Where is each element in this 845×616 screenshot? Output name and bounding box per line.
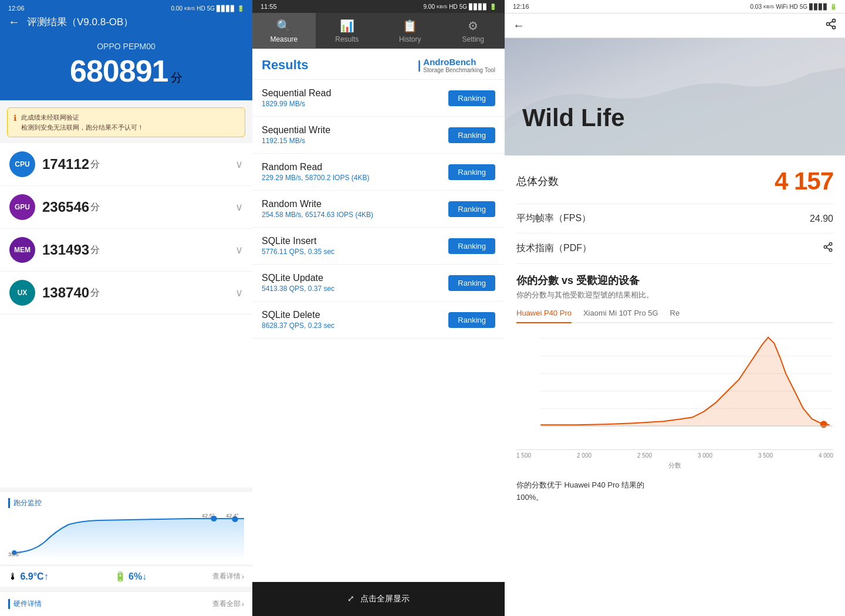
pdf-label: 技术指南（PDF） (516, 242, 592, 255)
bench-sqlite-delete: SQLite Delete 8628.37 QPS, 0.23 sec Rank… (252, 302, 505, 339)
cpu-score: 174112 (42, 156, 89, 172)
androbench-nav: 🔍 Measure 📊 Results 📋 History ⚙ Setting (252, 13, 505, 49)
androbench-logo: | AndroBench Storage Benchmarking Tool (418, 57, 495, 73)
tab-huawei[interactable]: Huawei P40 Pro (516, 309, 572, 323)
ranking-sqlite-insert[interactable]: Ranking (448, 238, 495, 254)
svg-line-15 (826, 245, 829, 246)
temp-chart-svg: 35.6° 42.5° 42.4° (8, 513, 244, 560)
compare-title: 你的分數 vs 受歡迎的设备 (516, 273, 833, 287)
fps-value: 24.90 (810, 214, 833, 224)
warning-box: ℹ 此成绩未经联网验证 检测到安免无法联网，跑分结果不予认可！ (7, 107, 245, 137)
title-row-1: ← 评测结果（V9.0.8-OB） (8, 15, 244, 36)
chevron-mem: ∨ (235, 243, 243, 256)
svg-text:35.6°: 35.6° (8, 551, 21, 557)
compare-tabs: Huawei P40 Pro Xiaomi Mi 10T Pro 5G Re (516, 309, 833, 323)
nav-measure[interactable]: 🔍 Measure (252, 13, 316, 48)
bench-seq-write: Sequential Write 1192.15 MB/s Ranking (252, 117, 505, 154)
compare-chart-svg (516, 333, 833, 449)
nav-setting[interactable]: ⚙ Setting (442, 13, 505, 48)
back-button-3[interactable]: ← (513, 19, 525, 32)
time-3: 12:16 (513, 3, 529, 10)
score-row-gpu[interactable]: GPU 236546 分 ∨ (0, 186, 252, 229)
fps-label: 平均帧率（FPS） (516, 212, 591, 225)
ranking-rand-write[interactable]: Ranking (448, 201, 495, 217)
share-button-3[interactable] (825, 18, 837, 33)
score-row-cpu[interactable]: CPU 174112 分 ∨ (0, 143, 252, 186)
compare-chart (516, 333, 833, 450)
panel-3dmark: 12:16 0.03 KB/S WiFi HD 5G ▊▊▊▊ 🔋 ← Wild (505, 0, 845, 616)
view-detail-link[interactable]: 查看详情 › (212, 571, 244, 581)
total-score-value: 4 157 (775, 167, 833, 195)
bench-rand-write: Random Write 254.58 MB/s, 65174.63 IOPS … (252, 191, 505, 228)
ranking-seq-read[interactable]: Ranking (448, 90, 495, 106)
ranking-rand-read[interactable]: Ranking (448, 164, 495, 180)
panel-androbench: 11:55 9.00 KB/S HD 5G ▊▊▊▊ 🔋 🔍 Measure 📊… (252, 0, 505, 616)
chevron-ux: ∨ (235, 286, 243, 299)
svg-text:42.5°: 42.5° (202, 513, 215, 519)
svg-text:42.4°: 42.4° (226, 513, 239, 519)
svg-point-12 (824, 246, 827, 249)
conclusion-text: 你的分数优于 Huawei P40 Pro 结果的100%。 (516, 472, 833, 511)
score-list: CPU 174112 分 ∨ GPU 236546 分 ∨ MEM 131493… (0, 143, 252, 488)
status-icons-1: 0.00 KB/S HD 5G ▊▊▊▊ 🔋 (171, 5, 245, 12)
bench-rand-read: Random Read 229.29 MB/s, 58700.2 IOPS (4… (252, 154, 505, 191)
warning-icon: ℹ (13, 113, 16, 123)
pdf-row: 技术指南（PDF） (516, 233, 833, 264)
compare-sub: 你的分数与其他受歡迎型號的结果相比。 (516, 290, 833, 300)
badge-mem: MEM (9, 237, 35, 263)
back-arrow-1[interactable]: ← (8, 15, 20, 29)
svg-point-7 (827, 23, 830, 26)
ranking-sqlite-delete[interactable]: Ranking (448, 312, 495, 328)
pdf-share-icon[interactable] (823, 242, 833, 255)
ranking-seq-write[interactable]: Ranking (448, 127, 495, 143)
history-icon: 📋 (403, 19, 417, 33)
svg-point-23 (820, 421, 827, 428)
total-score-label: 总体分数 (516, 174, 559, 188)
bench-sqlite-update: SQLite Update 5413.38 QPS, 0.37 sec Rank… (252, 265, 505, 302)
results-title: Results (262, 57, 308, 73)
tab-re[interactable]: Re (670, 309, 680, 322)
nav-results-label: Results (335, 35, 359, 43)
toolbar-3: ← (505, 13, 845, 38)
bottom-stats: 🌡 6.9°C↑ 🔋 6%↓ 查看详情 › (0, 566, 252, 587)
fullscreen-icon: ⤢ (347, 594, 354, 603)
fullscreen-bar[interactable]: ⤢ 点击全屏显示 (252, 582, 505, 616)
chevron-cpu: ∨ (235, 158, 243, 171)
nav-history[interactable]: 📋 History (378, 13, 442, 48)
score-row-ux[interactable]: UX 138740 分 ∨ (0, 272, 252, 314)
nav-history-label: History (399, 35, 421, 43)
time-1: 12:06 (8, 5, 25, 12)
badge-gpu: GPU (9, 194, 35, 220)
svg-marker-22 (540, 337, 830, 426)
nav-results[interactable]: 📊 Results (316, 13, 379, 48)
hero-title: Wild Life (522, 104, 625, 132)
hardware-section: 硬件详情 查看全部 › (0, 591, 252, 616)
warning-text: 此成绩未经联网验证 检测到安免无法联网，跑分结果不予认可！ (21, 113, 144, 132)
compare-section: 你的分數 vs 受歡迎的设备 你的分数与其他受歡迎型號的结果相比。 Huawei… (516, 264, 833, 516)
status-bar-1: 12:06 0.00 KB/S HD 5G ▊▊▊▊ 🔋 (8, 5, 244, 12)
view-all-link[interactable]: 查看全部 › (212, 599, 244, 609)
total-score: 680891 分 (12, 53, 241, 89)
badge-cpu: CPU (9, 151, 35, 177)
svg-point-8 (833, 26, 836, 29)
status-icons-2: 9.00 KB/S HD 5G ▊▊▊▊ 🔋 (424, 3, 497, 10)
hero-banner: Wild Life (505, 38, 845, 155)
status-bar-2: 11:55 9.00 KB/S HD 5G ▊▊▊▊ 🔋 (252, 0, 505, 13)
hardware-title: 硬件详情 (8, 599, 42, 609)
svg-point-11 (829, 243, 832, 246)
status-icons-3: 0.03 KB/S WiFi HD 5G ▊▊▊▊ 🔋 (751, 3, 837, 10)
ranking-sqlite-update[interactable]: Ranking (448, 275, 495, 291)
svg-line-9 (829, 25, 833, 26)
setting-icon: ⚙ (468, 19, 478, 33)
bench-seq-read: Sequential Read 1829.99 MB/s Ranking (252, 80, 505, 117)
score-row-mem[interactable]: MEM 131493 分 ∨ (0, 229, 252, 272)
monitor-title: 跑分监控 (8, 498, 244, 508)
chart-x-title: 分数 (516, 461, 833, 470)
svg-point-6 (833, 19, 836, 22)
score-hero: OPPO PEPM00 680891 分 (0, 36, 252, 100)
tab-xiaomi[interactable]: Xiaomi Mi 10T Pro 5G (583, 309, 658, 322)
svg-point-13 (829, 249, 832, 252)
chart-x-labels: 1 500 2 000 2 500 3 000 3 500 4 000 (516, 450, 833, 461)
page-title-1: 评测结果（V9.0.8-OB） (27, 15, 133, 29)
svg-line-14 (826, 248, 829, 249)
